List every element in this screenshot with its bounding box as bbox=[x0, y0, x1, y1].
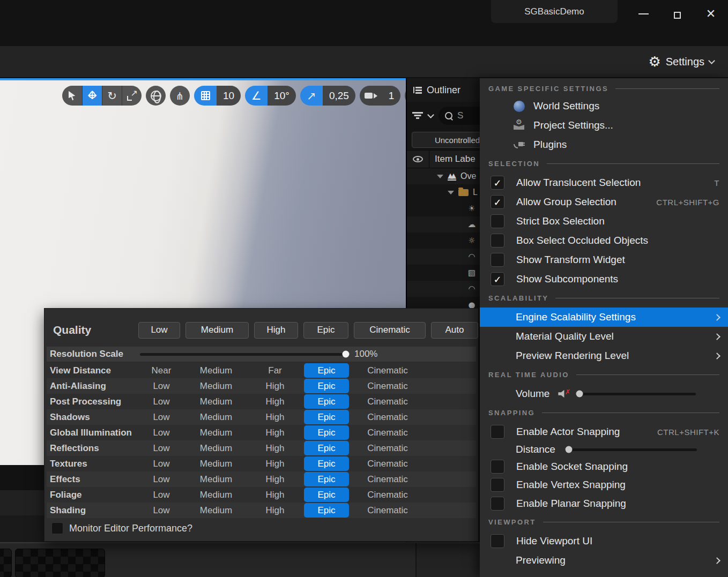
scale-tool-button[interactable]: ↗ bbox=[122, 86, 142, 106]
coordinate-system-button[interactable] bbox=[146, 86, 166, 106]
asset-thumbnail[interactable] bbox=[15, 549, 105, 577]
quality-level-medium[interactable]: Medium bbox=[185, 379, 247, 393]
quality-level-high[interactable]: High bbox=[247, 441, 303, 455]
quality-level-near[interactable]: Near bbox=[138, 363, 185, 378]
quality-level-high[interactable]: High bbox=[247, 410, 303, 424]
quality-level-cinematic[interactable]: Cinematic bbox=[350, 472, 425, 486]
scale-snap-toggle[interactable]: ↗ bbox=[300, 86, 323, 106]
quality-level-epic[interactable]: Epic bbox=[304, 410, 349, 424]
quality-level-cinematic[interactable]: Cinematic bbox=[350, 425, 425, 440]
quality-level-medium[interactable]: Medium bbox=[185, 456, 247, 471]
checkbox[interactable] bbox=[491, 195, 504, 209]
checkbox[interactable] bbox=[491, 478, 504, 492]
move-tool-button[interactable]: ↔↕ bbox=[82, 86, 102, 106]
quality-level-cinematic[interactable]: Cinematic bbox=[350, 456, 425, 471]
visibility-column[interactable] bbox=[407, 151, 429, 168]
angle-snap-toggle[interactable]: ∠ bbox=[245, 86, 268, 106]
checkbox[interactable] bbox=[491, 272, 504, 286]
angle-snap-value[interactable]: 10° bbox=[268, 86, 296, 106]
menu-item-allow-translucent-selection[interactable]: Allow Translucent Selection T bbox=[480, 173, 728, 192]
quality-level-cinematic[interactable]: Cinematic bbox=[350, 410, 425, 424]
quality-level-medium[interactable]: Medium bbox=[185, 394, 247, 409]
camera-speed-control[interactable]: 1 bbox=[360, 86, 401, 106]
quality-level-cinematic[interactable]: Cinematic bbox=[350, 394, 425, 409]
menu-item-hide-viewport-ui[interactable]: Hide Viewport UI bbox=[480, 531, 728, 551]
close-button[interactable]: ✕ bbox=[700, 4, 722, 24]
checkbox[interactable] bbox=[491, 534, 504, 548]
quality-level-medium[interactable]: Medium bbox=[185, 425, 247, 440]
quality-level-medium[interactable]: Medium bbox=[185, 410, 247, 424]
menu-item-enable-vertex-snapping[interactable]: Enable Vertex Snapping bbox=[480, 475, 728, 494]
restore-button[interactable] bbox=[666, 4, 688, 24]
angle-snap-control[interactable]: ∠ 10° bbox=[245, 86, 296, 106]
quality-level-high[interactable]: High bbox=[247, 472, 303, 486]
quality-level-epic[interactable]: Epic bbox=[304, 363, 349, 378]
quality-level-medium[interactable]: Medium bbox=[185, 441, 247, 455]
scale-snap-control[interactable]: ↗ 0,25 bbox=[300, 86, 355, 106]
quality-level-high[interactable]: High bbox=[247, 488, 303, 502]
quality-level-low[interactable]: Low bbox=[138, 456, 185, 471]
scale-snap-value[interactable]: 0,25 bbox=[323, 86, 355, 106]
muted-speaker-icon[interactable] bbox=[558, 389, 567, 398]
asset-thumbnail[interactable] bbox=[0, 549, 12, 577]
checkbox[interactable] bbox=[491, 176, 504, 190]
grid-snap-control[interactable]: 10 bbox=[194, 86, 241, 106]
checkbox[interactable] bbox=[491, 497, 504, 511]
menu-item-material-quality-level[interactable]: Material Quality Level bbox=[480, 327, 728, 346]
grid-snap-value[interactable]: 10 bbox=[217, 86, 241, 106]
menu-item-allow-group-selection[interactable]: Allow Group Selection CTRL+SHIFT+G bbox=[480, 192, 728, 212]
quality-preset-high[interactable]: High bbox=[254, 322, 298, 339]
filter-icon[interactable] bbox=[412, 112, 423, 119]
slider-knob[interactable] bbox=[566, 446, 573, 453]
quality-level-epic[interactable]: Epic bbox=[304, 394, 349, 409]
menu-item-previewing[interactable]: Previewing bbox=[480, 551, 728, 570]
menu-item-enable-planar-snapping[interactable]: Enable Planar Snapping bbox=[480, 494, 728, 513]
quality-level-epic[interactable]: Epic bbox=[304, 503, 349, 518]
filter-chevron-icon[interactable] bbox=[427, 111, 434, 118]
quality-preset-epic[interactable]: Epic bbox=[303, 322, 348, 339]
quality-preset-medium[interactable]: Medium bbox=[185, 322, 249, 339]
quality-level-epic[interactable]: Epic bbox=[304, 379, 349, 393]
menu-item-enable-actor-snapping[interactable]: Enable Actor Snapping CTRL+SHIFT+K bbox=[480, 422, 728, 441]
volume-slider[interactable] bbox=[577, 393, 696, 395]
camera-speed-toggle[interactable] bbox=[360, 86, 382, 106]
menu-item-strict-box-selection[interactable]: Strict Box Selection bbox=[480, 212, 728, 231]
item-label-column-header[interactable]: Item Labe bbox=[429, 154, 476, 164]
quality-level-low[interactable]: Low bbox=[138, 441, 185, 455]
quality-level-epic[interactable]: Epic bbox=[304, 456, 349, 471]
camera-speed-value[interactable]: 1 bbox=[382, 86, 401, 106]
quality-preset-low[interactable]: Low bbox=[138, 322, 180, 339]
quality-preset-auto[interactable]: Auto bbox=[431, 322, 478, 339]
menu-item-enable-socket-snapping[interactable]: Enable Socket Snapping bbox=[480, 458, 728, 475]
quality-level-high[interactable]: High bbox=[247, 503, 303, 518]
quality-level-cinematic[interactable]: Cinematic bbox=[350, 363, 425, 378]
quality-level-low[interactable]: Low bbox=[138, 410, 185, 424]
checkbox[interactable] bbox=[491, 234, 504, 248]
rotate-tool-button[interactable]: ↻ bbox=[102, 86, 122, 106]
surface-snapping-button[interactable]: ⋔ bbox=[170, 86, 190, 106]
expand-arrow-icon[interactable] bbox=[448, 191, 454, 194]
menu-item-show-subcomponents[interactable]: Show Subcomponents bbox=[480, 269, 728, 289]
quality-level-medium[interactable]: Medium bbox=[185, 363, 247, 378]
quality-level-low[interactable]: Low bbox=[138, 503, 185, 518]
checkbox[interactable] bbox=[491, 214, 504, 228]
quality-level-low[interactable]: Low bbox=[138, 488, 185, 502]
quality-level-far[interactable]: Far bbox=[247, 363, 303, 378]
quality-level-epic[interactable]: Epic bbox=[304, 488, 349, 502]
quality-level-cinematic[interactable]: Cinematic bbox=[350, 503, 425, 518]
checkbox[interactable] bbox=[491, 253, 504, 267]
checkbox[interactable] bbox=[491, 460, 504, 474]
select-tool-button[interactable] bbox=[62, 86, 82, 106]
quality-level-high[interactable]: High bbox=[247, 456, 303, 471]
quality-level-cinematic[interactable]: Cinematic bbox=[350, 379, 425, 393]
checkbox[interactable] bbox=[491, 425, 504, 439]
grid-snap-toggle[interactable] bbox=[194, 86, 217, 106]
quality-level-high[interactable]: High bbox=[247, 425, 303, 440]
expand-arrow-icon[interactable] bbox=[437, 175, 443, 178]
quality-level-epic[interactable]: Epic bbox=[304, 441, 349, 455]
quality-level-low[interactable]: Low bbox=[138, 425, 185, 440]
quality-level-cinematic[interactable]: Cinematic bbox=[350, 441, 425, 455]
menu-item-box-select-occluded[interactable]: Box Select Occluded Objects bbox=[480, 231, 728, 250]
quality-level-medium[interactable]: Medium bbox=[185, 503, 247, 518]
quality-level-low[interactable]: Low bbox=[138, 394, 185, 409]
